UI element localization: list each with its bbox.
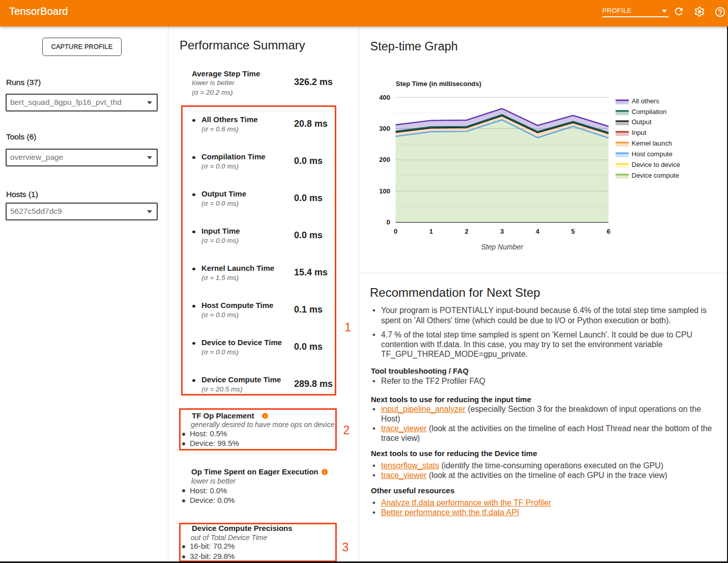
svg-text:Step Number: Step Number xyxy=(481,243,524,251)
svg-text:300: 300 xyxy=(379,125,390,132)
svg-text:0: 0 xyxy=(394,228,397,235)
svg-text:1: 1 xyxy=(429,228,433,235)
svg-text:3: 3 xyxy=(500,228,504,235)
svg-text:100: 100 xyxy=(379,187,390,195)
svg-text:6: 6 xyxy=(607,228,610,235)
svg-text:Step Time (in milliseconds): Step Time (in milliseconds) xyxy=(396,80,481,88)
svg-text:2: 2 xyxy=(465,228,469,235)
svg-text:400: 400 xyxy=(379,94,390,101)
svg-text:0: 0 xyxy=(387,218,390,226)
svg-text:5: 5 xyxy=(571,228,575,235)
svg-text:200: 200 xyxy=(379,156,390,163)
svg-text:4: 4 xyxy=(536,228,540,235)
